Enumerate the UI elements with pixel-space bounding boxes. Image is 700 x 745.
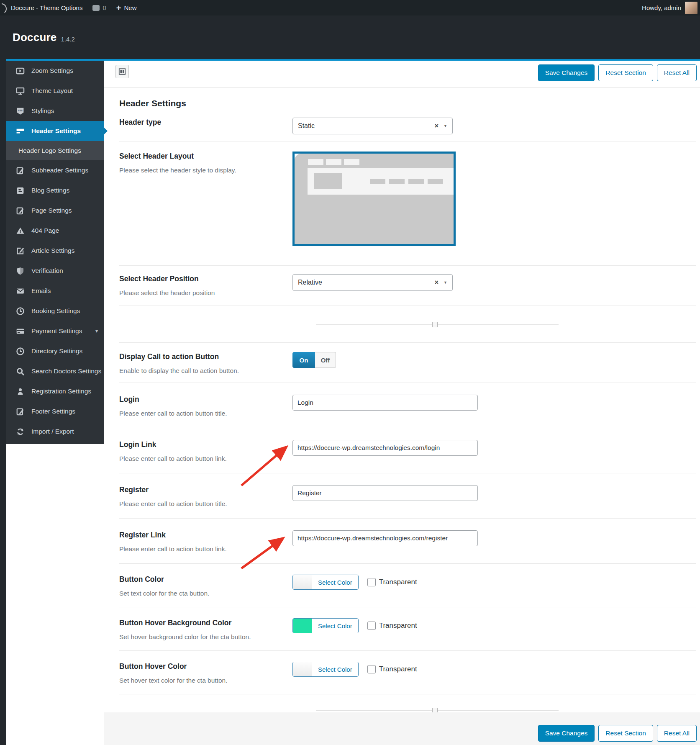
header-layout-option[interactable] — [292, 152, 456, 246]
edit-icon — [15, 407, 25, 416]
select-color-button[interactable]: Select Color — [312, 662, 358, 676]
reset-all-button-bottom[interactable]: Reset All — [657, 725, 697, 742]
button-hover-color-transparent-checkbox[interactable]: Transparent — [367, 665, 417, 673]
sidebar-item-stylings[interactable]: cssStylings — [6, 101, 104, 121]
new-label: New — [124, 4, 137, 11]
field-label: Register Link — [119, 530, 280, 539]
sidebar-item-404-page[interactable]: 404 Page — [6, 221, 104, 241]
warning-icon — [15, 226, 25, 235]
admin-bar-new[interactable]: + New — [116, 4, 137, 11]
edit-icon — [15, 206, 25, 215]
howdy-admin[interactable]: Howdy, admin — [642, 4, 681, 11]
admin-bar-site-menu[interactable]: Doccure - Theme Options — [11, 4, 82, 11]
save-changes-button[interactable]: Save Changes — [538, 64, 595, 81]
sidebar-item-page-settings[interactable]: Page Settings — [6, 200, 104, 221]
field-label: Header type — [119, 118, 280, 127]
video-icon — [15, 66, 25, 75]
field-desc: Please enter call to action button link. — [119, 545, 280, 553]
checkbox-icon — [367, 665, 376, 673]
register-input[interactable] — [292, 485, 478, 501]
form-row-button-hover-color: Button Hover ColorSet hover text color f… — [119, 651, 696, 694]
sidebar-item-search-doctors-settings[interactable]: Search Doctors Settings — [6, 361, 104, 381]
select-value: Relative — [298, 279, 322, 286]
button-hover-background-color-picker[interactable]: Select Color — [292, 618, 359, 633]
login-link-input[interactable] — [292, 440, 478, 456]
reset-section-button[interactable]: Reset Section — [598, 64, 653, 81]
toggle-on-button[interactable]: On — [292, 352, 315, 368]
sidebar-item-label: Header Settings — [31, 127, 81, 135]
sidebar-item-label: Emails — [31, 287, 51, 295]
field-desc: Set hover background color for the cta b… — [119, 633, 280, 641]
sidebar-item-zoom-settings[interactable]: Zoom Settings — [6, 61, 104, 81]
monitor-icon — [15, 86, 25, 95]
form-row-register-link: Register LinkPlease enter call to action… — [119, 519, 696, 564]
sidebar-item-verification[interactable]: Verification — [6, 261, 104, 281]
sidebar-item-label: Page Settings — [31, 207, 72, 214]
checkbox-label: Transparent — [379, 622, 417, 630]
theme-title: Doccure — [13, 31, 56, 44]
toggle-off-button[interactable]: Off — [315, 352, 336, 368]
form-row-login-link: Login LinkPlease enter call to action bu… — [119, 428, 696, 473]
select-color-button[interactable]: Select Color — [312, 619, 358, 633]
register-link-input[interactable] — [292, 530, 478, 546]
sidebar-item-emails[interactable]: Emails — [6, 281, 104, 301]
save-changes-button-bottom[interactable]: Save Changes — [538, 725, 595, 742]
wordpress-logo-icon[interactable] — [2, 3, 7, 13]
clear-icon[interactable]: × — [435, 122, 438, 130]
sidebar-item-booking-settings[interactable]: Booking Settings — [6, 301, 104, 321]
button-hover-background-color-transparent-checkbox[interactable]: Transparent — [367, 622, 417, 630]
clear-icon[interactable]: × — [435, 279, 438, 286]
sidebar-item-label: Import / Export — [31, 428, 74, 435]
button-color-transparent-checkbox[interactable]: Transparent — [367, 578, 417, 586]
edit-icon — [15, 166, 25, 175]
sidebar-item-registration-settings[interactable]: Registration Settings — [6, 381, 104, 401]
button-hover-color-picker[interactable]: Select Color — [292, 662, 359, 677]
sidebar-item-theme-layout[interactable]: Theme Layout — [6, 81, 104, 101]
sidebar-item-label: Payment Settings — [31, 327, 82, 335]
sidebar-item-subheader-settings[interactable]: Subheader Settings — [6, 160, 104, 180]
sidebar-item-footer-settings[interactable]: Footer Settings — [6, 401, 104, 421]
select-color-button[interactable]: Select Color — [312, 575, 358, 589]
sidebar-item-blog-settings[interactable]: Blog Settings — [6, 180, 104, 200]
plus-icon: + — [116, 5, 121, 11]
form-row-header-type: Header typeStatic×▼ — [119, 111, 696, 141]
reset-all-button[interactable]: Reset All — [657, 64, 697, 81]
field-label-block: Button Hover ColorSet hover text color f… — [119, 662, 292, 685]
sidebar-item-header-logo-settings[interactable]: Header Logo Settings — [6, 141, 104, 160]
sidebar-item-directory-settings[interactable]: Directory Settings — [6, 341, 104, 361]
field-label-block: Select Header PositionPlease select the … — [119, 274, 292, 297]
header-layout-preview — [295, 154, 454, 244]
button-color-picker[interactable]: Select Color — [292, 575, 359, 590]
field-desc: Enable to display the call to action but… — [119, 367, 280, 375]
header-type-select[interactable]: Static×▼ — [292, 118, 453, 134]
avatar[interactable] — [685, 2, 697, 14]
layout-icon — [118, 68, 126, 75]
sidebar-item-article-settings[interactable]: Article Settings — [6, 241, 104, 261]
field-label-block: Select Header LayoutPlease select the he… — [119, 152, 292, 175]
card-icon — [15, 326, 25, 336]
content-toolbar: Save Changes Reset Section Reset All — [104, 61, 700, 87]
main-content: Save Changes Reset Section Reset All Hea… — [104, 61, 700, 745]
slider-track — [316, 322, 559, 327]
sidebar-item-import-export[interactable]: Import / Export — [6, 421, 104, 442]
field-desc: Please enter call to action button title… — [119, 500, 280, 508]
admin-bar-comments[interactable]: 0 — [92, 4, 106, 11]
sync-icon — [15, 427, 25, 436]
field-label-block: Display Call to action ButtonEnable to d… — [119, 352, 292, 375]
sidebar-item-label: Booking Settings — [31, 307, 80, 315]
field-label: Login Link — [119, 440, 280, 449]
clock-icon — [15, 347, 25, 356]
slider-handle[interactable] — [432, 322, 438, 327]
reset-section-button-bottom[interactable]: Reset Section — [598, 725, 653, 742]
expand-options-button[interactable] — [115, 65, 129, 78]
field-label-block: Login LinkPlease enter call to action bu… — [119, 440, 292, 463]
sidebar-item-label: Directory Settings — [31, 347, 82, 355]
page-title: Header Settings — [119, 98, 700, 108]
form-row-display-call-to-action-button: Display Call to action ButtonEnable to d… — [119, 343, 696, 383]
select-header-position-select[interactable]: Relative×▼ — [292, 274, 453, 291]
login-input[interactable] — [292, 395, 478, 411]
sidebar-item-header-settings[interactable]: Header Settings — [6, 121, 104, 141]
shield-icon — [15, 266, 25, 275]
sidebar-item-payment-settings[interactable]: Payment Settings▾ — [6, 321, 104, 341]
comments-count: 0 — [103, 4, 106, 11]
